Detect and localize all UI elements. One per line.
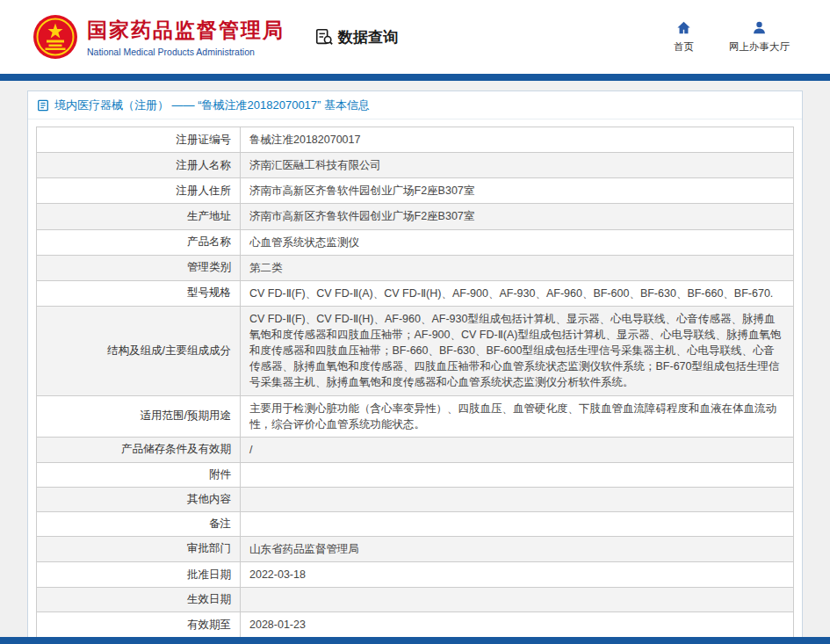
data-query-icon bbox=[314, 27, 334, 47]
row-label: 结构及组成/主要组成成分 bbox=[37, 306, 241, 395]
row-value bbox=[241, 487, 794, 511]
row-value: 2022-03-18 bbox=[241, 562, 794, 588]
row-value: 济南市高新区齐鲁软件园创业广场F2座B307室 bbox=[241, 178, 794, 204]
row-value bbox=[241, 588, 794, 612]
row-value: CV FD-Ⅱ(F)、CV FD-Ⅱ(A)、CV FD-Ⅱ(H)、AF-900、… bbox=[241, 280, 794, 306]
row-value: 心血管系统状态监测仪 bbox=[241, 229, 794, 255]
org-name-en: National Medical Products Administration bbox=[87, 47, 285, 57]
row-label: 注册证编号 bbox=[37, 127, 241, 153]
row-label: 管理类别 bbox=[37, 255, 241, 280]
page: 国家药品监督管理局 National Medical Products Admi… bbox=[0, 0, 830, 644]
nav-service-hall[interactable]: 网上办事大厅 bbox=[729, 20, 790, 54]
table-row: 其他内容 bbox=[37, 487, 794, 511]
site-header: 国家药品监督管理局 National Medical Products Admi… bbox=[0, 0, 830, 74]
row-label: 其他内容 bbox=[37, 487, 241, 511]
row-label: 注册人名称 bbox=[37, 153, 241, 178]
table-row: 有效期至 2028-01-23 bbox=[37, 612, 794, 637]
row-value: 济南市高新区齐鲁软件园创业广场F2座B307室 bbox=[241, 204, 794, 229]
header-divider-bar bbox=[0, 74, 830, 81]
row-value: 2028-01-23 bbox=[241, 612, 794, 637]
user-icon bbox=[752, 20, 767, 37]
org-name-cn: 国家药品监督管理局 bbox=[87, 17, 285, 44]
row-value: 主要用于检测心脏功能（含心率变异性）、四肢血压、血管硬化度、下肢血管血流障碍程度… bbox=[241, 395, 794, 437]
row-label: 备注 bbox=[37, 511, 241, 536]
row-value: / bbox=[241, 437, 794, 462]
detail-panel: 境内医疗器械（注册） —— “鲁械注准20182070017” 基本信息 注册证… bbox=[27, 90, 803, 637]
home-icon bbox=[676, 20, 691, 37]
row-value: 济南汇医融工科技有限公司 bbox=[241, 153, 794, 178]
row-label: 型号规格 bbox=[37, 280, 241, 306]
main-content: 境内医疗器械（注册） —— “鲁械注准20182070017” 基本信息 注册证… bbox=[0, 81, 830, 637]
row-value bbox=[241, 462, 794, 487]
table-row: 审批部门 山东省药品监督管理局 bbox=[37, 536, 794, 561]
header-left: 国家药品监督管理局 National Medical Products Admi… bbox=[33, 15, 398, 59]
nav-home-label: 首页 bbox=[674, 40, 694, 54]
table-row: 注册证编号 鲁械注准20182070017 bbox=[37, 127, 794, 153]
row-label: 生效日期 bbox=[37, 588, 241, 612]
table-row: 生效日期 bbox=[37, 588, 794, 612]
row-value: 鲁械注准20182070017 bbox=[241, 127, 794, 153]
table-row: 产品储存条件及有效期 / bbox=[37, 437, 794, 462]
table-row: 管理类别 第二类 bbox=[37, 255, 794, 280]
row-value: 山东省药品监督管理局 bbox=[241, 536, 794, 561]
header-nav: 首页 网上办事大厅 bbox=[674, 20, 790, 54]
table-row: 产品名称 心血管系统状态监测仪 bbox=[37, 229, 794, 255]
table-row: 备注 bbox=[37, 511, 794, 536]
row-label: 注册人住所 bbox=[37, 178, 241, 204]
nav-data-query[interactable]: 数据查询 bbox=[314, 27, 398, 47]
row-label: 产品储存条件及有效期 bbox=[37, 437, 241, 462]
nav-service-hall-label: 网上办事大厅 bbox=[729, 40, 790, 54]
row-value: CV FD-Ⅱ(F)、CV FD-Ⅱ(H)、AF-960、AF-930型组成包括… bbox=[241, 306, 794, 395]
table-row: 结构及组成/主要组成成分 CV FD-Ⅱ(F)、CV FD-Ⅱ(H)、AF-96… bbox=[37, 306, 794, 395]
table-row: 型号规格 CV FD-Ⅱ(F)、CV FD-Ⅱ(A)、CV FD-Ⅱ(H)、AF… bbox=[37, 280, 794, 306]
page-title-text: 境内医疗器械（注册） —— “鲁械注准20182070017” 基本信息 bbox=[54, 98, 370, 113]
footer-bar bbox=[0, 637, 830, 644]
row-label: 批准日期 bbox=[37, 562, 241, 588]
row-label: 审批部门 bbox=[37, 536, 241, 561]
row-label: 适用范围/预期用途 bbox=[37, 395, 241, 437]
row-label: 生产地址 bbox=[37, 204, 241, 229]
document-icon bbox=[37, 99, 49, 112]
row-value: 第二类 bbox=[241, 255, 794, 280]
row-label: 附件 bbox=[37, 462, 241, 487]
row-value bbox=[241, 511, 794, 536]
table-row: 附件 bbox=[37, 462, 794, 487]
table-row: 适用范围/预期用途 主要用于检测心脏功能（含心率变异性）、四肢血压、血管硬化度、… bbox=[37, 395, 794, 437]
info-table: 注册证编号 鲁械注准20182070017 注册人名称 济南汇医融工科技有限公司… bbox=[36, 127, 794, 637]
table-row: 注册人名称 济南汇医融工科技有限公司 bbox=[37, 153, 794, 178]
page-title: 境内医疗器械（注册） —— “鲁械注准20182070017” 基本信息 bbox=[28, 91, 802, 119]
row-label: 产品名称 bbox=[37, 229, 241, 255]
row-label: 有效期至 bbox=[37, 612, 241, 637]
nav-home[interactable]: 首页 bbox=[674, 20, 694, 54]
table-row: 注册人住所 济南市高新区齐鲁软件园创业广场F2座B307室 bbox=[37, 178, 794, 204]
nmpa-emblem-logo bbox=[33, 15, 77, 59]
table-row: 批准日期 2022-03-18 bbox=[37, 562, 794, 588]
data-query-label: 数据查询 bbox=[338, 27, 398, 47]
table-row: 生产地址 济南市高新区齐鲁软件园创业广场F2座B307室 bbox=[37, 204, 794, 229]
org-names: 国家药品监督管理局 National Medical Products Admi… bbox=[87, 17, 285, 57]
